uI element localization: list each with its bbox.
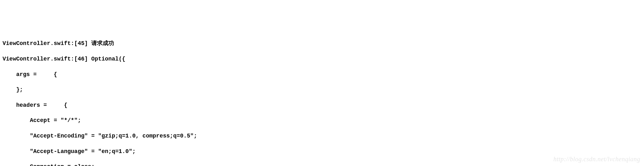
console-line: };: [3, 86, 641, 93]
watermark: http://blog.csdn.net/lvchenqiang: [553, 155, 640, 163]
console-line: Accept = "*/*";: [3, 117, 641, 124]
console-line: ViewController.swift:[46] Optional({: [3, 55, 641, 63]
console-line: "Accept-Language" = "en;q=1.0";: [3, 148, 641, 155]
console-line: Connection = close;: [3, 163, 641, 166]
console-line: "Accept-Encoding" = "gzip;q=1.0, compres…: [3, 132, 641, 140]
console-line: ViewController.swift:[45] 请求成功: [3, 40, 641, 47]
console-line: args = {: [3, 71, 641, 78]
console-line: headers = {: [3, 101, 641, 109]
console-output: ViewController.swift:[45] 请求成功 ViewContr…: [3, 32, 641, 166]
